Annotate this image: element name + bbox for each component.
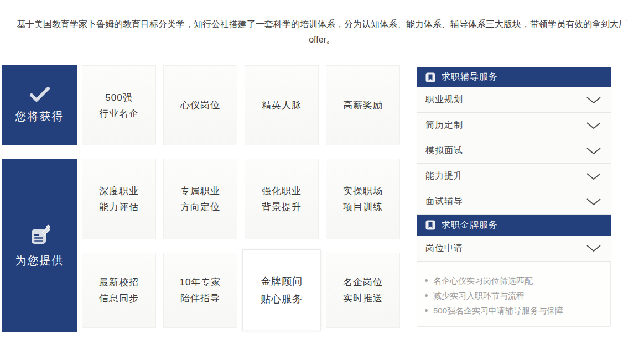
check-icon xyxy=(29,87,50,102)
panel-title: 求职金牌服务 xyxy=(442,219,498,231)
bullet-text: 减少实习入职环节与流程 xyxy=(433,288,524,303)
accordion-label: 职业规划 xyxy=(425,94,463,106)
chevron-down-icon xyxy=(585,122,602,129)
accordion-label: 能力提升 xyxy=(425,170,463,182)
card-label: 10年专家 陪伴指导 xyxy=(180,274,221,306)
card-label: 深度职业 能力评估 xyxy=(99,183,139,215)
benefits-grid: 500强 行业名企 心仪岗位 精英人脉 高薪奖励 深度职业 能力评估 专属职业 … xyxy=(82,65,400,328)
panel-title: 求职辅导服务 xyxy=(442,71,498,83)
bullet-text: 名企心仪实习岗位筛选匹配 xyxy=(433,273,533,288)
intro-text: 基于美国教育学家卜鲁姆的教育目标分类学，知行公社搭建了一套科学的培训体系，分为认… xyxy=(0,17,644,48)
chevron-down-icon xyxy=(585,244,602,252)
accordion-item-resume-customization[interactable]: 简历定制 xyxy=(417,113,611,138)
block-we-provide: 为您提供 xyxy=(2,159,77,332)
card-label: 强化职业 背景提升 xyxy=(262,183,302,215)
benefit-card-highlighted: 金牌顾问 贴心服务 xyxy=(242,249,320,331)
accordion-item-mock-interview[interactable]: 模拟面试 xyxy=(417,138,611,164)
benefit-card: 实操职场 项目训练 xyxy=(326,159,400,239)
bullet-dot-icon xyxy=(425,309,428,312)
card-label: 金牌顾问 贴心服务 xyxy=(261,273,303,308)
chevron-down-icon xyxy=(585,172,602,180)
accordion-item-skill-improvement[interactable]: 能力提升 xyxy=(417,164,611,189)
benefit-card: 名企岗位 实时推送 xyxy=(326,253,400,328)
bullet-item: 500强名企实习申请辅导服务与保障 xyxy=(425,303,610,318)
services-panel: 求职辅导服务 职业规划 简历定制 模拟面试 能力提升 面试辅导 xyxy=(417,67,611,327)
chevron-down-icon xyxy=(585,198,602,206)
bullet-list: 名企心仪实习岗位筛选匹配 减少实习入职环节与流程 500强名企实习申请辅导服务与… xyxy=(425,273,610,318)
card-label: 实操职场 项目训练 xyxy=(343,183,383,215)
card-label: 500强 行业名企 xyxy=(99,90,139,122)
card-label: 高薪奖励 xyxy=(343,97,383,113)
benefit-card: 500强 行业名企 xyxy=(82,65,156,145)
bullet-text: 500强名企实习申请辅导服务与保障 xyxy=(433,303,563,318)
benefit-card: 强化职业 背景提升 xyxy=(245,159,319,239)
chevron-down-icon xyxy=(585,147,602,155)
card-label: 名企岗位 实时推送 xyxy=(343,274,383,306)
accordion-label: 模拟面试 xyxy=(425,145,463,156)
block-you-will-get: 您将获得 xyxy=(2,65,77,145)
block-label: 为您提供 xyxy=(15,253,64,268)
benefit-card: 高薪奖励 xyxy=(326,65,400,145)
accordion-label: 岗位申请 xyxy=(425,243,463,254)
accordion-label: 面试辅导 xyxy=(425,196,463,207)
bullet-item: 减少实习入职环节与流程 xyxy=(425,288,610,303)
panel-header-coaching: 求职辅导服务 xyxy=(417,67,611,87)
benefit-card: 心仪岗位 xyxy=(163,65,237,145)
panel-header-gold-service: 求职金牌服务 xyxy=(417,215,611,236)
benefit-card: 深度职业 能力评估 xyxy=(82,159,156,239)
book-icon xyxy=(425,220,435,230)
bullet-dot-icon xyxy=(425,279,428,282)
book-icon xyxy=(425,72,435,82)
card-label: 精英人脉 xyxy=(262,97,302,113)
card-label: 心仪岗位 xyxy=(180,97,220,113)
chevron-down-icon xyxy=(585,96,602,104)
card-label: 专属职业 方向定位 xyxy=(180,183,220,215)
accordion-item-job-application[interactable]: 岗位申请 xyxy=(417,236,611,262)
accordion-item-career-planning[interactable]: 职业规划 xyxy=(417,87,611,113)
benefit-card: 10年专家 陪伴指导 xyxy=(163,253,237,328)
benefit-card: 专属职业 方向定位 xyxy=(163,159,237,239)
card-label: 最新校招 信息同步 xyxy=(99,274,139,306)
block-label: 您将获得 xyxy=(15,109,64,124)
job-application-details: 名企心仪实习岗位筛选匹配 减少实习入职环节与流程 500强名企实习申请辅导服务与… xyxy=(417,262,611,327)
accordion-item-interview-coaching[interactable]: 面试辅导 xyxy=(417,189,611,215)
accordion-label: 简历定制 xyxy=(425,119,463,131)
page: 基于美国教育学家卜鲁姆的教育目标分类学，知行公社搭建了一套科学的培训体系，分为认… xyxy=(0,0,644,345)
bullet-item: 名企心仪实习岗位筛选匹配 xyxy=(425,273,610,288)
benefit-card: 精英人脉 xyxy=(245,65,319,145)
bullet-dot-icon xyxy=(425,294,428,297)
benefit-card: 最新校招 信息同步 xyxy=(82,253,156,328)
edit-note-icon xyxy=(28,222,52,247)
